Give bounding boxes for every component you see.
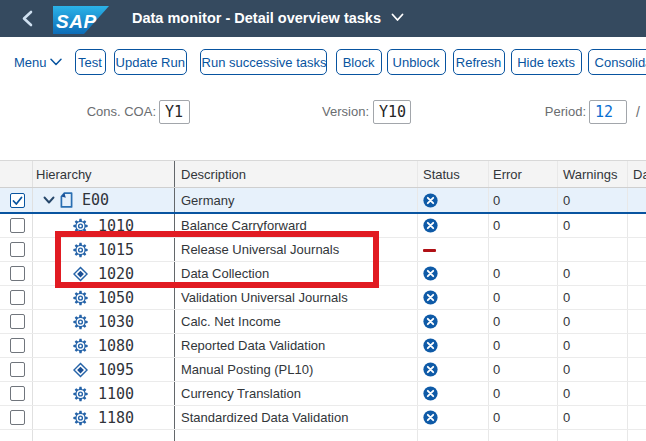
col-hierarchy[interactable]: Hierarchy <box>33 161 175 187</box>
consolidation-button[interactable]: Consolida <box>588 49 646 75</box>
version-field[interactable] <box>373 100 411 124</box>
period-field[interactable] <box>589 100 627 124</box>
status-x-circle-icon <box>423 290 438 305</box>
app-window: SAP Data monitor - Detail overview tasks… <box>0 0 646 441</box>
row-checkbox[interactable] <box>10 290 25 305</box>
row-checkbox[interactable] <box>10 314 25 329</box>
select-all-header-cell <box>0 161 33 187</box>
table-filler-row <box>0 430 646 441</box>
row-checkbox[interactable] <box>10 242 25 257</box>
row-checkbox-cell <box>0 286 33 309</box>
date-cell <box>628 188 646 212</box>
period-label: Period: <box>470 100 586 124</box>
description-cell: Manual Posting (PL10) <box>175 358 418 381</box>
status-x-circle-icon <box>423 218 438 233</box>
filter-bar: Cons. COA: Version: Period: / <box>0 100 646 124</box>
table-row[interactable]: 1015 Release Universal Journals <box>0 238 646 262</box>
date-cell <box>628 238 646 261</box>
row-checkbox[interactable] <box>10 218 25 233</box>
row-checkbox-cell <box>0 334 33 357</box>
block-button[interactable]: Block <box>336 49 382 75</box>
menu-chevron-down-icon <box>50 58 62 66</box>
col-warnings[interactable]: Warnings <box>558 161 628 187</box>
title-chevron-down-icon[interactable] <box>391 13 404 22</box>
table-row[interactable]: E00 Germany 0 0 <box>0 188 646 214</box>
gear-icon <box>73 314 88 330</box>
row-checkbox[interactable] <box>10 386 25 401</box>
version-label: Version: <box>250 100 369 124</box>
row-checkbox-cell <box>0 310 33 333</box>
back-icon[interactable] <box>20 10 34 27</box>
task-id: 1030 <box>98 313 134 331</box>
warnings-cell: 0 <box>558 262 628 285</box>
hierarchy-cell: 1080 <box>33 334 175 357</box>
refresh-button[interactable]: Refresh <box>453 49 505 75</box>
description-cell: Balance Carryforward <box>175 214 418 237</box>
task-id: 1095 <box>98 361 134 379</box>
table-row[interactable]: 1080 Reported Data Validation 0 0 <box>0 334 646 358</box>
sap-logo: SAP <box>53 6 109 34</box>
svg-text:SAP: SAP <box>56 11 97 32</box>
col-status[interactable]: Status <box>418 161 489 187</box>
status-cell <box>418 238 489 261</box>
status-x-circle-icon <box>423 386 438 401</box>
cons-coa-field[interactable] <box>159 100 190 124</box>
status-dash-icon <box>423 249 436 252</box>
description-cell: Germany <box>175 188 418 212</box>
expand-chevron-icon[interactable] <box>42 193 56 207</box>
table-row[interactable]: 1180 Standardized Data Validation 0 0 <box>0 406 646 430</box>
col-date[interactable]: Da <box>628 161 646 187</box>
diamond-icon <box>73 362 88 378</box>
warnings-cell: 0 <box>558 214 628 237</box>
col-error[interactable]: Error <box>489 161 558 187</box>
table-row[interactable]: 1100 Currency Translation 0 0 <box>0 382 646 406</box>
row-checkbox[interactable] <box>10 410 25 425</box>
col-description[interactable]: Description <box>175 161 418 187</box>
row-checkbox[interactable] <box>10 193 25 208</box>
date-cell <box>628 334 646 357</box>
row-checkbox[interactable] <box>10 338 25 353</box>
task-id: 1100 <box>98 385 134 403</box>
test-button[interactable]: Test <box>75 49 106 75</box>
table-row[interactable]: 1010 Balance Carryforward 0 0 <box>0 214 646 238</box>
status-cell <box>418 358 489 381</box>
toolbar: Menu Test Update Run Run successive task… <box>0 37 646 87</box>
row-checkbox-cell <box>0 238 33 261</box>
run-successive-tasks-button[interactable]: Run successive tasks <box>200 49 327 75</box>
row-checkbox[interactable] <box>10 362 25 377</box>
status-cell <box>418 188 489 212</box>
status-cell <box>418 286 489 309</box>
table-row[interactable]: 1020 Data Collection 0 0 <box>0 262 646 286</box>
warnings-cell <box>558 238 628 261</box>
table-row[interactable]: 1050 Validation Universal Journals 0 0 <box>0 286 646 310</box>
cons-coa-label: Cons. COA: <box>0 100 156 124</box>
row-checkbox[interactable] <box>10 266 25 281</box>
warnings-cell: 0 <box>558 310 628 333</box>
update-run-button[interactable]: Update Run <box>114 49 187 75</box>
task-id: E00 <box>82 191 109 209</box>
date-cell <box>628 406 646 429</box>
row-checkbox-cell <box>0 214 33 237</box>
table-header-row: Hierarchy Description Status Error Warni… <box>0 161 646 188</box>
date-cell <box>628 382 646 405</box>
shell-bar: SAP Data monitor - Detail overview tasks <box>0 0 646 37</box>
unblock-button[interactable]: Unblock <box>387 49 446 75</box>
task-id: 1010 <box>98 217 134 235</box>
menu-dropdown[interactable]: Menu <box>14 55 62 70</box>
error-cell: 0 <box>489 358 558 381</box>
status-x-circle-icon <box>423 410 438 425</box>
hide-texts-button[interactable]: Hide texts <box>511 49 582 75</box>
warnings-cell: 0 <box>558 406 628 429</box>
task-id: 1080 <box>98 337 134 355</box>
status-x-circle-icon <box>423 193 438 208</box>
date-cell <box>628 214 646 237</box>
warnings-cell: 0 <box>558 358 628 381</box>
task-id: 1050 <box>98 289 134 307</box>
gear-icon <box>73 338 88 354</box>
status-cell <box>418 334 489 357</box>
status-cell <box>418 262 489 285</box>
table-row[interactable]: 1095 Manual Posting (PL10) 0 0 <box>0 358 646 382</box>
warnings-cell: 0 <box>558 286 628 309</box>
error-cell: 0 <box>489 262 558 285</box>
table-row[interactable]: 1030 Calc. Net Income 0 0 <box>0 310 646 334</box>
